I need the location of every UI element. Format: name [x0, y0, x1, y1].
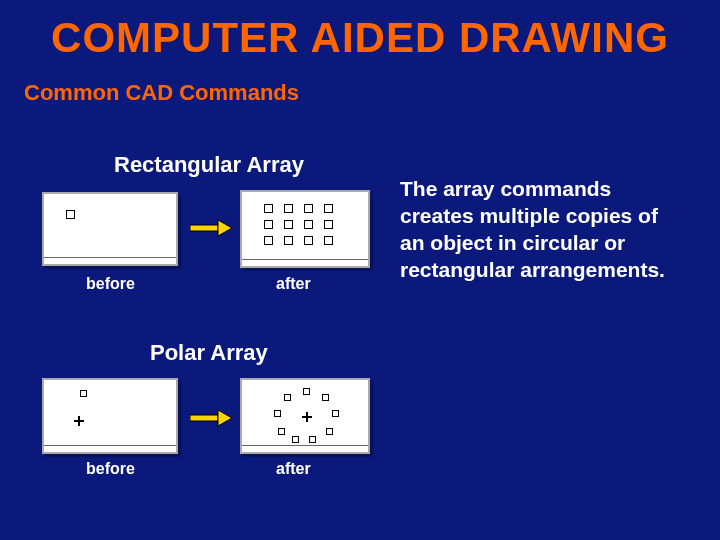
- rect-array-heading: Rectangular Array: [114, 152, 304, 178]
- svg-rect-2: [190, 415, 218, 421]
- page-title: COMPUTER AIDED DRAWING: [0, 0, 720, 62]
- arrow-icon: [190, 220, 232, 236]
- polar-array-heading: Polar Array: [150, 340, 268, 366]
- center-cross-icon: [74, 416, 84, 426]
- arrow-icon: [190, 410, 232, 426]
- page-subtitle: Common CAD Commands: [0, 80, 720, 106]
- polar-before-caption: before: [86, 460, 135, 478]
- rect-after-panel: [240, 190, 370, 268]
- polar-after-panel: [240, 378, 370, 454]
- shape-square-icon: [66, 210, 75, 219]
- rect-after-caption: after: [276, 275, 311, 293]
- polar-after-caption: after: [276, 460, 311, 478]
- polar-before-panel: [42, 378, 178, 454]
- center-cross-icon: [302, 412, 312, 422]
- description-text: The array commands creates multiple copi…: [400, 176, 680, 284]
- rect-before-panel: [42, 192, 178, 266]
- svg-rect-0: [190, 225, 218, 231]
- shape-square-icon: [80, 390, 87, 397]
- svg-marker-3: [218, 410, 232, 426]
- svg-marker-1: [218, 220, 232, 236]
- rect-before-caption: before: [86, 275, 135, 293]
